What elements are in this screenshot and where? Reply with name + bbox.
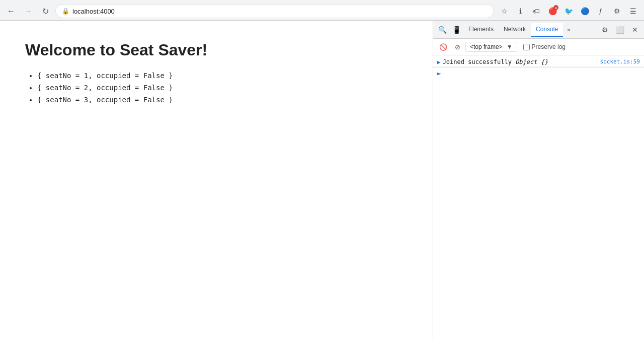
console-log-line: ▶ Joined successfully Object {} socket.i… bbox=[433, 57, 644, 67]
console-log-text: Joined successfully bbox=[443, 58, 516, 65]
console-input[interactable] bbox=[443, 70, 640, 77]
bookmark-button[interactable]: ☆ bbox=[497, 4, 511, 18]
menu-button[interactable]: ☰ bbox=[626, 4, 640, 18]
forward-button[interactable]: → bbox=[21, 4, 35, 18]
address-bar[interactable]: 🔒 localhost:4000 bbox=[55, 4, 494, 18]
devtools-mobile-icon[interactable]: 📱 bbox=[449, 23, 463, 37]
console-ban-icon[interactable]: 🚫 bbox=[437, 41, 449, 53]
tab-console[interactable]: Console bbox=[531, 23, 563, 37]
console-input-line: ► bbox=[433, 67, 644, 79]
console-message: Joined successfully Object {} bbox=[443, 58, 596, 65]
info-button[interactable]: ℹ bbox=[513, 4, 527, 18]
frame-dropdown-icon: ▼ bbox=[507, 43, 513, 50]
browser-chrome: ← → ↻ 🔒 localhost:4000 ☆ ℹ 🏷 🔴 4 🐦 🔵 ƒ ⚙… bbox=[0, 0, 644, 21]
devtools-close-icon[interactable]: ✕ bbox=[628, 23, 642, 37]
list-item: { seatNo = 1, occupied = False } bbox=[37, 72, 408, 80]
fplus-button[interactable]: ƒ bbox=[594, 4, 608, 18]
url-text: localhost:4000 bbox=[72, 8, 115, 15]
devtools-dock-icon[interactable]: ⬜ bbox=[613, 23, 627, 37]
extension-badge: 4 bbox=[553, 5, 558, 10]
devtools-panel: 🔍 📱 Elements Network Console » ⚙ ⬜ ✕ 🚫 ⊘… bbox=[433, 21, 644, 339]
extension1-button[interactable]: 🔴 4 bbox=[545, 4, 559, 18]
devtools-search-icon[interactable]: 🔍 bbox=[435, 23, 449, 37]
devtools-tabs: 🔍 📱 Elements Network Console » ⚙ ⬜ ✕ bbox=[433, 21, 644, 39]
devtools-tab-actions: ⚙ ⬜ ✕ bbox=[598, 23, 642, 37]
list-item: { seatNo = 3, occupied = False } bbox=[37, 96, 408, 104]
lock-icon: 🔒 bbox=[62, 8, 69, 15]
back-button[interactable]: ← bbox=[4, 4, 18, 18]
devtools-settings-icon[interactable]: ⚙ bbox=[598, 23, 612, 37]
console-log-keyword: Object {} bbox=[515, 58, 548, 65]
toolbar-icons: ☆ ℹ 🏷 🔴 4 🐦 🔵 ƒ ⚙ ☰ bbox=[497, 4, 640, 18]
preserve-log-label: Preserve log bbox=[532, 43, 566, 50]
pocket-button[interactable]: 🏷 bbox=[529, 4, 543, 18]
page-content: Welcome to Seat Saver! { seatNo = 1, occ… bbox=[0, 21, 433, 339]
preserve-log-control[interactable]: Preserve log bbox=[523, 43, 566, 50]
main-layout: Welcome to Seat Saver! { seatNo = 1, occ… bbox=[0, 21, 644, 339]
console-output: ▶ Joined successfully Object {} socket.i… bbox=[433, 55, 644, 339]
refresh-button[interactable]: ↻ bbox=[38, 4, 52, 18]
console-filter-icon[interactable]: ⊘ bbox=[451, 41, 463, 53]
frame-selector[interactable]: <top frame> ▼ bbox=[465, 42, 517, 52]
list-item: { seatNo = 2, occupied = False } bbox=[37, 84, 408, 92]
chrome-button[interactable]: 🔵 bbox=[578, 4, 592, 18]
seat-list: { seatNo = 1, occupied = False }{ seatNo… bbox=[25, 72, 408, 104]
console-caret-icon: ► bbox=[437, 70, 441, 77]
preserve-log-checkbox[interactable] bbox=[523, 44, 530, 50]
tab-more[interactable]: » bbox=[563, 24, 575, 35]
console-expand-icon[interactable]: ▶ bbox=[437, 59, 443, 65]
console-log-source[interactable]: socket.is:59 bbox=[600, 58, 640, 65]
console-toolbar: 🚫 ⊘ <top frame> ▼ Preserve log bbox=[433, 39, 644, 55]
browser-toolbar: ← → ↻ 🔒 localhost:4000 ☆ ℹ 🏷 🔴 4 🐦 🔵 ƒ ⚙… bbox=[0, 0, 644, 20]
extension2-button[interactable]: 🐦 bbox=[561, 4, 576, 18]
settings-button[interactable]: ⚙ bbox=[610, 4, 624, 18]
frame-label: <top frame> bbox=[470, 43, 503, 50]
tab-network[interactable]: Network bbox=[499, 23, 531, 37]
tab-elements[interactable]: Elements bbox=[463, 23, 499, 37]
page-title: Welcome to Seat Saver! bbox=[25, 41, 408, 59]
